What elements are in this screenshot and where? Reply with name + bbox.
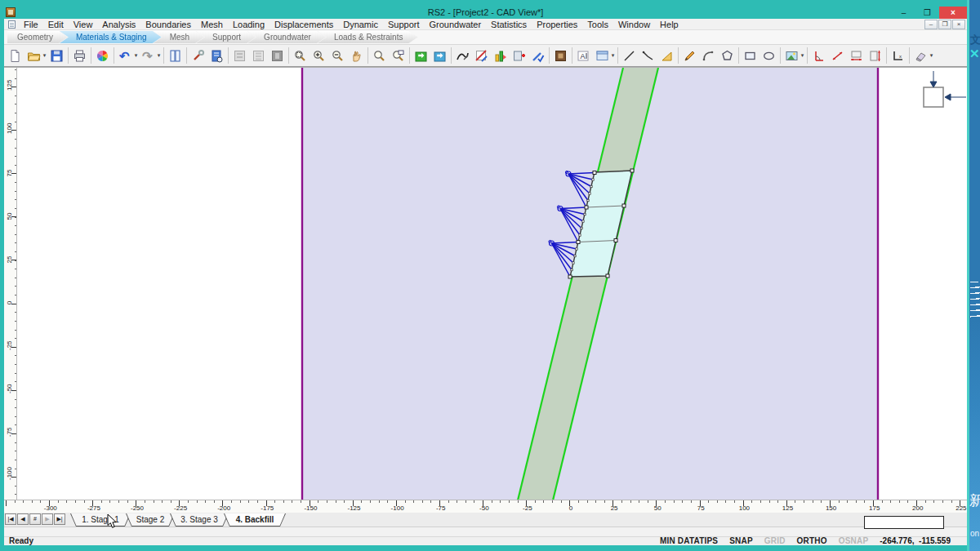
- maximize-button[interactable]: ❒: [915, 7, 939, 19]
- vertex-marker[interactable]: [577, 241, 580, 244]
- zoom-window-button[interactable]: [370, 47, 389, 64]
- stage-tab-1-stage-1[interactable]: 1. Stage 1: [70, 513, 131, 527]
- minimize-button[interactable]: –: [892, 7, 915, 19]
- stage-prev-button[interactable]: ◀: [17, 513, 29, 525]
- undo-button[interactable]: ↶: [116, 47, 135, 64]
- workflow-tab-geometry[interactable]: Geometry: [7, 31, 68, 43]
- assign-support-button[interactable]: [430, 47, 449, 64]
- new-file-button[interactable]: [6, 47, 24, 64]
- vertex-marker[interactable]: [630, 169, 634, 172]
- disabled-list-2-button[interactable]: [249, 47, 268, 64]
- zoom-in-button[interactable]: [310, 47, 328, 64]
- image-tool-dropdown[interactable]: ▾: [800, 52, 805, 59]
- snap-tool-button[interactable]: [657, 47, 676, 64]
- workflow-tab-support[interactable]: Support: [196, 31, 256, 43]
- menu-help[interactable]: Help: [655, 19, 684, 30]
- redo-button[interactable]: ↷: [139, 47, 158, 64]
- status-toggle-min-datatips[interactable]: MIN DATATIPS: [660, 536, 718, 545]
- undo-dropdown[interactable]: ▾: [133, 52, 139, 59]
- document-icon[interactable]: [8, 20, 16, 29]
- workflow-tab-loads-restraints[interactable]: Loads & Restraints: [318, 31, 418, 43]
- vertex-marker[interactable]: [622, 204, 626, 207]
- apply-changes-button[interactable]: [528, 47, 547, 64]
- stage-tab-4-backfill[interactable]: 4. Backfill: [224, 513, 286, 527]
- menu-boundaries[interactable]: Boundaries: [140, 19, 196, 30]
- menu-properties[interactable]: Properties: [532, 19, 582, 30]
- disabled-block-button[interactable]: [268, 47, 287, 64]
- edit-boundary-button[interactable]: [453, 47, 472, 64]
- dim-horizontal-tool-button[interactable]: [847, 47, 866, 64]
- mdi-close-button[interactable]: ×: [952, 20, 965, 29]
- menu-mesh[interactable]: Mesh: [196, 19, 228, 30]
- menu-groundwater[interactable]: Groundwater: [425, 19, 487, 30]
- view-grid-dropdown[interactable]: ▾: [610, 52, 616, 59]
- arc-tool-button[interactable]: [699, 47, 718, 64]
- line-tool-button[interactable]: [620, 47, 639, 64]
- project-settings-button[interactable]: [189, 47, 207, 64]
- stage-list-button[interactable]: #: [29, 513, 41, 525]
- menu-view[interactable]: View: [69, 19, 98, 30]
- dim-vertical-tool-button[interactable]: [866, 47, 884, 64]
- sidebar-close-icon[interactable]: ✕: [969, 47, 980, 61]
- zoom-extents-button[interactable]: [291, 47, 310, 64]
- vertex-marker[interactable]: [568, 275, 572, 278]
- cad-canvas[interactable]: [17, 68, 966, 500]
- stage-last-button[interactable]: ▶|: [54, 513, 65, 525]
- stage-tab-3-stage-3[interactable]: 3. Stage 3: [170, 513, 229, 527]
- close-button[interactable]: ×: [939, 7, 967, 19]
- stage-tab-stage-2[interactable]: Stage 2: [126, 513, 175, 527]
- angle-tool-button[interactable]: [809, 47, 828, 64]
- menu-edit[interactable]: Edit: [43, 19, 69, 30]
- ellipse-tool-button[interactable]: [760, 47, 778, 64]
- measure-tool-button[interactable]: [828, 47, 847, 64]
- zoom-out-button[interactable]: [328, 47, 347, 64]
- eraser-tool-button[interactable]: [911, 47, 930, 64]
- image-tool-button[interactable]: [782, 47, 801, 64]
- open-dropdown[interactable]: ▾: [42, 52, 47, 59]
- delete-boundary-button[interactable]: [472, 47, 491, 64]
- color-options-button[interactable]: [93, 47, 112, 64]
- page-layout-button[interactable]: [166, 47, 185, 64]
- assign-materials-button[interactable]: [412, 47, 430, 64]
- save-button[interactable]: [47, 47, 66, 64]
- open-button[interactable]: [24, 47, 43, 64]
- menu-statistics[interactable]: Statistics: [486, 19, 532, 30]
- menu-window[interactable]: Window: [613, 19, 655, 30]
- assign-properties-button[interactable]: [491, 47, 510, 64]
- disabled-list-1-button[interactable]: [230, 47, 249, 64]
- command-input[interactable]: [864, 516, 944, 529]
- print-button[interactable]: [70, 47, 89, 64]
- menu-analysis[interactable]: Analysis: [97, 19, 140, 30]
- rectangle-tool-button[interactable]: [741, 47, 760, 64]
- add-text-button[interactable]: A: [574, 47, 593, 64]
- pan-button[interactable]: [347, 47, 366, 64]
- workflow-tab-groundwater[interactable]: Groundwater: [247, 31, 326, 43]
- menu-dynamic[interactable]: Dynamic: [338, 19, 383, 30]
- workflow-tab-materials-staging[interactable]: Materials & Staging: [60, 31, 162, 43]
- menu-displacements[interactable]: Displacements: [270, 19, 338, 30]
- stage-settings-button[interactable]: [207, 47, 226, 64]
- view-grid-button[interactable]: [593, 47, 612, 64]
- vertex-marker[interactable]: [585, 206, 588, 209]
- pencil-tool-button[interactable]: [680, 47, 699, 64]
- eraser-tool-dropdown[interactable]: ▾: [929, 52, 934, 59]
- stage-next-button[interactable]: ▶: [42, 513, 53, 525]
- status-toggle-snap[interactable]: SNAP: [729, 536, 753, 545]
- redo-dropdown[interactable]: ▾: [156, 52, 162, 59]
- mdi-minimize-button[interactable]: –: [924, 20, 938, 29]
- menu-support[interactable]: Support: [383, 19, 425, 30]
- status-toggle-grid[interactable]: GRID: [764, 536, 786, 545]
- polygon-tool-button[interactable]: [718, 47, 737, 64]
- mdi-restore-button[interactable]: ❒: [938, 20, 951, 29]
- polyline-tool-button[interactable]: [639, 47, 657, 64]
- axis-tool-button[interactable]: x: [889, 47, 907, 64]
- add-stage-button[interactable]: [510, 47, 528, 64]
- menu-loading[interactable]: Loading: [228, 19, 270, 30]
- vertex-marker[interactable]: [593, 171, 596, 175]
- menu-file[interactable]: File: [19, 19, 43, 30]
- zoom-selection-button[interactable]: [389, 47, 408, 64]
- stage-first-button[interactable]: |◀: [5, 513, 16, 525]
- status-toggle-osnap[interactable]: OSNAP: [839, 536, 869, 545]
- status-toggle-ortho[interactable]: ORTHO: [797, 536, 827, 545]
- vertex-marker[interactable]: [614, 239, 617, 242]
